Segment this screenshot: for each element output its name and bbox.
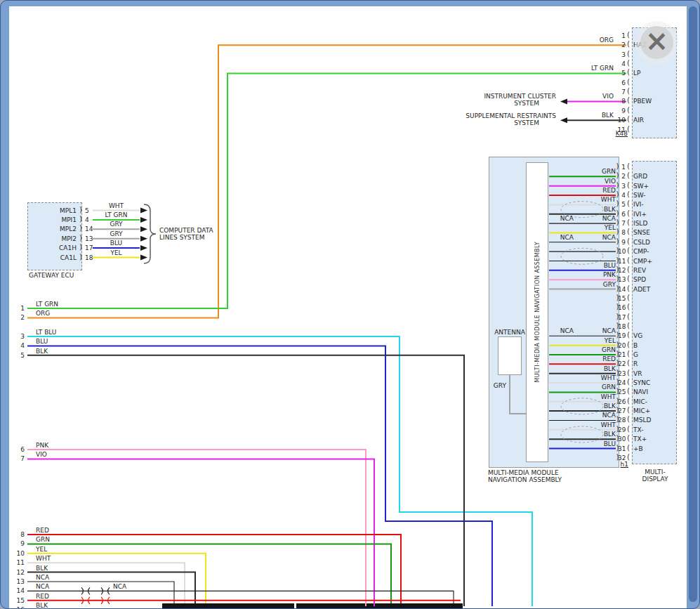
shield-symbol [561,202,603,218]
antenna-caption: ANTENNA [487,329,532,336]
arrow-icon [560,98,567,104]
connector-id-k48: K48 [611,130,628,137]
caption-line: DISPLAY [633,476,677,483]
caption-line: SUPPLEMENTAL RESTRAINTS [464,112,556,119]
harness-wire [27,355,464,606]
harness-wire [27,572,195,603]
harness-wire [27,535,401,603]
harness-wire [27,563,185,603]
harness-wire [27,346,492,606]
harness-wire [27,554,206,603]
arrow-icon [560,117,567,123]
arrow-icon [140,226,147,232]
antenna-wire [510,375,526,414]
caption-line: SYSTEM [464,119,556,126]
gateway-ecu-caption: GATEWAY ECU [29,272,74,279]
shield-symbol [561,248,603,264]
diagram-window: MPL1)5WHTMPI1)4LT GRNMPL2)14GRYMPI2)13GR… [0,0,700,609]
multi-display-caption: MULTI- DISPLAY [633,469,677,483]
caption-line: NAVIGATION ASSEMBLY [488,476,562,483]
scrollbar-thumb[interactable] [689,6,697,602]
scrollbar[interactable] [687,5,699,605]
shield-symbol [561,398,603,414]
caption-line: MULTI- [633,469,677,476]
antenna-wire-color-label: GRY [487,382,506,389]
caption-line: MULTI-MEDIA MODULE [488,469,562,476]
arrow-icon [140,236,147,242]
harness-wire [27,450,366,606]
arrow-icon [140,245,147,251]
caption-line: INSTRUMENT CLUSTER [464,93,556,100]
assembly-caption: MULTI-MEDIA MODULE NAVIGATION ASSEMBLY [488,469,562,483]
close-icon: × [645,27,669,55]
instrument-cluster-caption: INSTRUMENT CLUSTER SYSTEM [464,93,556,107]
computer-data-lines-caption: COMPUTER DATA LINES SYSTEM [159,227,213,241]
caption-line: LINES SYSTEM [159,234,213,241]
shield-symbol [561,426,603,443]
arrow-icon [140,208,147,214]
wiring-layer [1,1,700,609]
connector-id-h1: h1 [616,461,628,468]
caption-line: COMPUTER DATA [159,227,213,234]
grouping-brace [144,204,156,263]
caption-line: SYSTEM [464,100,556,107]
vertical-caption: MULTI-MEDIA MODULE NAVIGATION ASSEMBLY [534,242,541,382]
harness-wire [27,336,532,606]
harness-wire [27,591,454,603]
harness-wire [27,459,374,606]
supplemental-restraints-caption: SUPPLEMENTAL RESTRAINTS SYSTEM [464,112,556,126]
arrow-icon [140,255,147,261]
close-button[interactable]: × [640,26,673,59]
assembly-strip-caption: MULTI-MEDIA MODULE NAVIGATION ASSEMBLY [526,162,548,462]
arrow-icon [140,217,147,223]
